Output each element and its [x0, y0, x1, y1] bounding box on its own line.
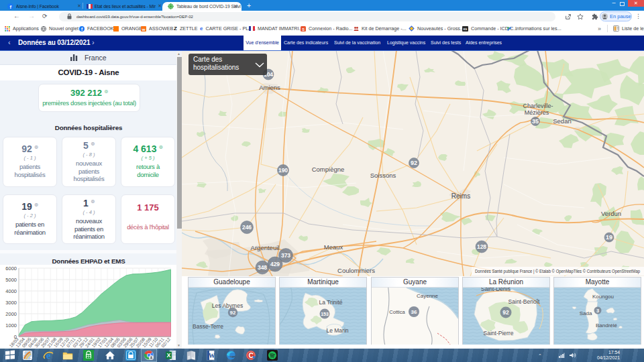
- svg-text:4000: 4000: [5, 288, 17, 294]
- svg-text:153: 153: [321, 312, 329, 316]
- svg-text:36: 36: [411, 309, 417, 315]
- svg-text:Sada: Sada: [580, 310, 592, 316]
- svg-text:92: 92: [230, 310, 236, 316]
- svg-text:Sedan: Sedan: [553, 117, 571, 125]
- svg-text:190: 190: [278, 167, 288, 174]
- svg-text:Le Marin: Le Marin: [326, 327, 348, 334]
- svg-text:Saint-Benoît: Saint-Benoît: [508, 298, 540, 305]
- svg-text:Saint-Denis: Saint-Denis: [481, 288, 511, 292]
- svg-text:128: 128: [477, 243, 486, 250]
- svg-text:348: 348: [258, 264, 267, 271]
- svg-text:Basse-Terre: Basse-Terre: [193, 323, 223, 330]
- svg-text:w: w: [142, 27, 146, 32]
- svg-text:92: 92: [502, 309, 509, 316]
- svg-text:1000: 1000: [5, 322, 17, 328]
- svg-text:Charleville-: Charleville-: [523, 103, 553, 109]
- svg-text:Données Santé publique France: Données Santé publique France | © Etalab…: [475, 269, 640, 274]
- svg-text:La Trinité: La Trinité: [319, 299, 343, 306]
- svg-text:429: 429: [270, 261, 280, 267]
- svg-text:35: 35: [532, 118, 539, 125]
- svg-text:S: S: [302, 27, 305, 31]
- svg-text:Les Abymes: Les Abymes: [212, 302, 243, 309]
- svg-text:e: e: [46, 350, 51, 361]
- svg-text:Saint-Pierre: Saint-Pierre: [484, 330, 514, 337]
- svg-text:Compiègne: Compiègne: [312, 166, 345, 173]
- svg-text:Cayenne: Cayenne: [417, 293, 439, 299]
- svg-text:3000: 3000: [5, 300, 17, 306]
- svg-text:19: 19: [606, 234, 612, 241]
- svg-text:Cottica: Cottica: [389, 309, 405, 315]
- svg-text:KS: KS: [464, 27, 468, 30]
- svg-text:2000: 2000: [5, 311, 17, 317]
- svg-text:W: W: [209, 353, 215, 359]
- svg-text:X: X: [166, 352, 170, 359]
- svg-text:Reims: Reims: [451, 192, 470, 200]
- svg-text:246: 246: [242, 224, 252, 231]
- svg-text:hospitalisations: hospitalisations: [193, 64, 239, 71]
- svg-text:Coulommiers: Coulommiers: [337, 267, 375, 274]
- svg-text:5000: 5000: [5, 277, 17, 283]
- svg-text:Mézières: Mézières: [525, 109, 549, 116]
- svg-text:92: 92: [411, 160, 417, 166]
- svg-text:373: 373: [281, 252, 290, 259]
- svg-text:Amiens: Amiens: [259, 84, 280, 91]
- svg-text:Verdun: Verdun: [601, 210, 621, 217]
- svg-text:Soissons: Soissons: [370, 172, 396, 179]
- svg-text:Koungou: Koungou: [592, 294, 614, 300]
- svg-text:Argenteuil: Argenteuil: [251, 244, 280, 251]
- svg-text:Meaux: Meaux: [324, 243, 343, 251]
- svg-text:3: 3: [596, 308, 599, 314]
- svg-text:Bandrélé: Bandrélé: [596, 322, 618, 328]
- svg-text:6000: 6000: [5, 265, 17, 272]
- svg-text:Carte des: Carte des: [193, 56, 222, 63]
